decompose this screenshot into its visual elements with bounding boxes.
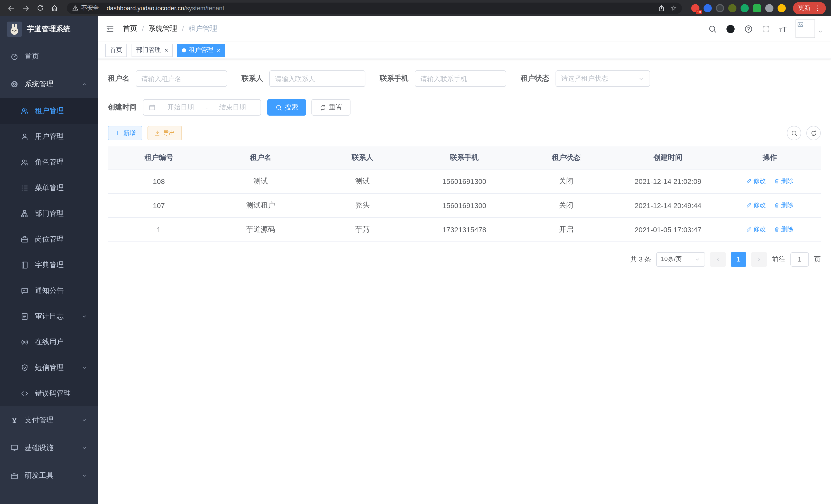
edit-link[interactable]: 修改 — [746, 225, 766, 234]
shield-icon — [21, 364, 29, 372]
tenant-name-field[interactable] — [141, 75, 222, 83]
tab-dept[interactable]: 部门管理× — [132, 43, 173, 57]
user-avatar-dropdown[interactable] — [796, 20, 823, 38]
sidebar-item-error-code[interactable]: 错误码管理 — [0, 381, 98, 406]
sidebar-toggle-button[interactable] — [105, 24, 115, 33]
contact-field[interactable] — [275, 75, 360, 83]
profile-avatar-icon[interactable] — [778, 4, 786, 12]
menu-fold-icon — [105, 24, 115, 33]
help-button[interactable] — [744, 24, 753, 33]
browser-reload-button[interactable] — [34, 2, 46, 14]
sidebar-item-devtools[interactable]: 研发工具 — [0, 462, 98, 490]
page-size-select[interactable]: 10条/页 — [656, 252, 705, 266]
search-button[interactable]: 搜索 — [267, 99, 306, 116]
sidebar-item-sms[interactable]: 短信管理 — [0, 355, 98, 381]
more-menu-icon[interactable]: ⋮ — [814, 4, 821, 12]
phone-field[interactable] — [420, 75, 500, 83]
url-text: dashboard.yudao.iocoder.cn/system/tenant — [107, 4, 655, 11]
url-domain: dashboard.yudao.iocoder.cn — [107, 4, 184, 11]
github-icon — [726, 24, 736, 34]
extension-icon[interactable] — [704, 4, 712, 12]
add-button[interactable]: 新增 — [108, 126, 142, 140]
address-bar[interactable]: 不安全 dashboard.yudao.iocoder.cn/system/te… — [67, 2, 682, 13]
refresh-table-button[interactable] — [806, 126, 821, 140]
forward-icon — [22, 4, 30, 12]
sidebar-item-notice[interactable]: 通知公告 — [0, 278, 98, 304]
sidebar-item-audit-log[interactable]: 审计日志 — [0, 304, 98, 329]
refresh-icon — [320, 104, 326, 111]
extension-icon[interactable] — [741, 4, 749, 12]
sidebar-item-online-user[interactable]: 在线用户 — [0, 329, 98, 355]
cell-status: 开启 — [515, 217, 617, 241]
cell-actions: 修改 删除 — [719, 169, 821, 193]
close-icon[interactable]: × — [217, 47, 221, 53]
delete-link[interactable]: 删除 — [774, 177, 794, 185]
sidebar-item-menu[interactable]: 菜单管理 — [0, 175, 98, 201]
delete-link[interactable]: 删除 — [774, 201, 794, 210]
browser-back-button[interactable] — [5, 2, 18, 14]
header-search-button[interactable] — [709, 24, 717, 33]
browser-forward-button[interactable] — [20, 2, 32, 14]
tenant-name-input[interactable] — [136, 70, 227, 87]
phone-label: 联系手机 — [380, 74, 415, 83]
close-icon[interactable]: × — [165, 47, 168, 53]
font-size-button[interactable]: TT — [779, 25, 787, 33]
date-range-picker[interactable]: 开始日期 - 结束日期 — [143, 99, 261, 116]
github-button[interactable] — [726, 24, 736, 34]
goto-page-input[interactable] — [791, 252, 809, 266]
tab-tenant[interactable]: 租户管理× — [177, 43, 225, 57]
sidebar-item-post[interactable]: 岗位管理 — [0, 227, 98, 252]
browser-home-button[interactable] — [48, 2, 61, 14]
sidebar-item-label: 岗位管理 — [35, 235, 64, 244]
sidebar-item-system[interactable]: 系统管理 — [0, 70, 98, 98]
sidebar-item-label: 基础设施 — [25, 443, 53, 453]
sidebar-item-label: 审计日志 — [35, 312, 64, 321]
reset-button[interactable]: 重置 — [311, 99, 350, 116]
delete-label: 删除 — [781, 201, 794, 210]
status-select[interactable]: 请选择租户状态 — [555, 70, 650, 87]
column-header: 联系人 — [312, 146, 413, 169]
extension-icon[interactable] — [753, 4, 761, 12]
start-date-placeholder[interactable]: 开始日期 — [158, 103, 203, 112]
export-button[interactable]: 导出 — [147, 126, 182, 140]
tab-home[interactable]: 首页 — [105, 43, 127, 57]
chrome-update-button[interactable]: 更新 ⋮ — [793, 2, 826, 14]
prev-page-button[interactable] — [710, 252, 726, 266]
toggle-search-button[interactable] — [787, 126, 801, 140]
column-header: 租户编号 — [108, 146, 210, 169]
sidebar-item-payment[interactable]: ¥ 支付管理 — [0, 406, 98, 434]
export-button-label: 导出 — [163, 129, 175, 138]
sidebar-item-home[interactable]: 首页 — [0, 42, 98, 70]
delete-link[interactable]: 删除 — [774, 225, 794, 234]
sidebar-item-user[interactable]: 用户管理 — [0, 124, 98, 149]
edit-link[interactable]: 修改 — [746, 177, 766, 185]
sidebar-item-dict[interactable]: 字典管理 — [0, 252, 98, 278]
breadcrumb-item-home[interactable]: 首页 — [123, 24, 137, 33]
sidebar-item-tenant[interactable]: 租户管理 — [0, 98, 98, 124]
reload-icon — [36, 4, 44, 12]
end-date-placeholder[interactable]: 结束日期 — [210, 103, 255, 112]
sidebar-item-dept[interactable]: 部门管理 — [0, 201, 98, 227]
bookmark-star-icon[interactable]: ☆ — [670, 4, 677, 11]
extension-icon[interactable]: 10 — [691, 4, 699, 12]
breadcrumb-item-system[interactable]: 系统管理 — [148, 24, 177, 33]
extensions-puzzle-icon[interactable] — [765, 4, 773, 12]
sidebar-item-label: 部门管理 — [35, 209, 64, 218]
extension-icon[interactable] — [716, 4, 724, 12]
toolbox-icon — [10, 472, 19, 480]
share-icon[interactable] — [658, 4, 665, 11]
sidebar-item-infra[interactable]: 基础设施 — [0, 434, 98, 462]
contact-input[interactable] — [269, 70, 365, 87]
page-1-button[interactable]: 1 — [731, 252, 746, 266]
search-button-label: 搜索 — [285, 103, 298, 112]
edit-link[interactable]: 修改 — [746, 201, 766, 210]
security-chip[interactable]: 不安全 — [72, 4, 99, 12]
extension-icon[interactable] — [728, 4, 737, 12]
phone-input[interactable] — [415, 70, 506, 87]
sidebar-item-role[interactable]: 角色管理 — [0, 149, 98, 175]
fullscreen-button[interactable] — [762, 24, 771, 33]
goto-page-field[interactable] — [793, 255, 806, 263]
next-page-button[interactable] — [751, 252, 767, 266]
cell-tenant-id: 108 — [108, 169, 210, 193]
column-header: 租户名 — [210, 146, 311, 169]
